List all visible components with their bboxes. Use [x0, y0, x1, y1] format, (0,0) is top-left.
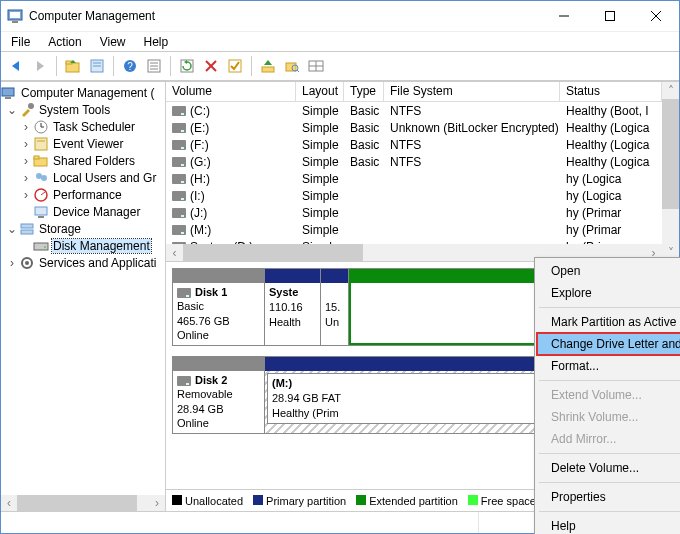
legend-extended: Extended partition	[356, 495, 458, 507]
tree-performance[interactable]: › Performance	[1, 186, 165, 203]
swatch-icon	[468, 495, 478, 505]
part-status: Un	[325, 316, 339, 328]
cell-layout: Simple	[296, 138, 344, 152]
menu-view[interactable]: View	[92, 33, 134, 51]
forward-icon[interactable]	[29, 55, 51, 77]
cm-explore[interactable]: Explore	[537, 282, 680, 304]
volume-row[interactable]: (H:)Simplehy (Logica	[166, 170, 662, 187]
chevron-right-icon[interactable]: ›	[5, 256, 19, 270]
layout-icon[interactable]	[305, 55, 327, 77]
tree-task-scheduler[interactable]: › Task Scheduler	[1, 118, 165, 135]
svg-rect-1	[10, 12, 20, 18]
drive-icon	[172, 225, 186, 235]
partition[interactable]: 15.Un	[321, 269, 349, 345]
search-icon[interactable]	[281, 55, 303, 77]
maximize-button[interactable]	[587, 1, 633, 31]
cell-layout: Simple	[296, 172, 344, 186]
svg-rect-30	[5, 97, 11, 99]
cell-volume: (H:)	[166, 172, 296, 186]
volume-row[interactable]: (E:)SimpleBasicUnknown (BitLocker Encryp…	[166, 119, 662, 136]
chevron-right-icon[interactable]: ›	[149, 496, 165, 510]
tree-local-users[interactable]: › Local Users and Gr	[1, 169, 165, 186]
cell-volume: (G:)	[166, 155, 296, 169]
col-layout[interactable]: Layout	[296, 82, 344, 101]
svg-rect-2	[12, 21, 18, 23]
chevron-left-icon[interactable]: ‹	[1, 496, 17, 510]
context-menu: Open Explore Mark Partition as Active Ch…	[534, 257, 680, 534]
cm-properties[interactable]: Properties	[537, 486, 680, 508]
chevron-down-icon[interactable]: ⌄	[5, 222, 19, 236]
menu-file[interactable]: File	[3, 33, 38, 51]
col-status[interactable]: Status	[560, 82, 662, 101]
list-icon[interactable]	[143, 55, 165, 77]
tree-label: Local Users and Gr	[52, 171, 157, 185]
tree-root[interactable]: Computer Management (	[1, 84, 165, 101]
check-icon[interactable]	[224, 55, 246, 77]
volume-row[interactable]: (M:)Simplehy (Primar	[166, 221, 662, 238]
tree-disk-management[interactable]: Disk Management	[1, 237, 165, 254]
cm-mark-active[interactable]: Mark Partition as Active	[537, 311, 680, 333]
scroll-thumb[interactable]	[662, 99, 679, 209]
back-icon[interactable]	[5, 55, 27, 77]
toolbar-sep	[113, 56, 114, 76]
volume-rows: (C:)SimpleBasicNTFSHealthy (Boot, I(E:)S…	[166, 102, 662, 244]
device-icon	[33, 204, 49, 220]
col-fs[interactable]: File System	[384, 82, 560, 101]
legend-label: Free space	[481, 495, 536, 507]
scroll-thumb[interactable]	[183, 244, 363, 261]
vol-name: (F:)	[190, 138, 209, 152]
volume-row[interactable]: (G:)SimpleBasicNTFSHealthy (Logica	[166, 153, 662, 170]
volume-row[interactable]: (J:)Simplehy (Primar	[166, 204, 662, 221]
help-icon[interactable]: ?	[119, 55, 141, 77]
scroll-track[interactable]	[662, 99, 679, 244]
cm-delete[interactable]: Delete Volume...	[537, 457, 680, 479]
volume-vscroll[interactable]: ˄ ˅	[662, 82, 679, 261]
scroll-track[interactable]	[17, 495, 149, 511]
cm-change-drive-letter[interactable]: Change Drive Letter and Paths...	[537, 333, 680, 355]
chevron-right-icon[interactable]: ›	[19, 137, 33, 151]
chevron-right-icon[interactable]: ›	[19, 154, 33, 168]
tree-label: Computer Management (	[20, 86, 155, 100]
chevron-right-icon[interactable]: ›	[19, 171, 33, 185]
tree-label: Task Scheduler	[52, 120, 136, 134]
svg-rect-35	[35, 138, 47, 150]
chevron-up-icon[interactable]: ˄	[662, 82, 679, 99]
close-button[interactable]	[633, 1, 679, 31]
disk-info-text: Disk 1 Basic 465.76 GB Online	[173, 283, 264, 344]
volume-row[interactable]: (I:)Simplehy (Logica	[166, 187, 662, 204]
tree-services[interactable]: › Services and Applicati	[1, 254, 165, 271]
volume-row[interactable]: (F:)SimpleBasicNTFSHealthy (Logica	[166, 136, 662, 153]
drive-icon	[172, 174, 186, 184]
tree-event-viewer[interactable]: › Event Viewer	[1, 135, 165, 152]
tree-system-tools[interactable]: ⌄ System Tools	[1, 101, 165, 118]
cell-type: Basic	[344, 104, 384, 118]
menu-help[interactable]: Help	[136, 33, 177, 51]
storage-icon	[19, 221, 35, 237]
minimize-button[interactable]	[541, 1, 587, 31]
menu-action[interactable]: Action	[40, 33, 89, 51]
tree-hscroll[interactable]: ‹ ›	[1, 495, 165, 511]
titlebar: Computer Management	[1, 1, 679, 31]
partition[interactable]: Syste110.16Health	[265, 269, 321, 345]
col-type[interactable]: Type	[344, 82, 384, 101]
tree-label: Storage	[38, 222, 82, 236]
scroll-thumb[interactable]	[17, 495, 137, 511]
chevron-right-icon[interactable]: ›	[19, 120, 33, 134]
delete-icon[interactable]	[200, 55, 222, 77]
tree-device-manager[interactable]: Device Manager	[1, 203, 165, 220]
properties-icon[interactable]	[86, 55, 108, 77]
chevron-left-icon[interactable]: ‹	[166, 244, 183, 261]
chevron-right-icon[interactable]: ›	[19, 188, 33, 202]
cell-status: Healthy (Boot, I	[560, 104, 662, 118]
col-volume[interactable]: Volume	[166, 82, 296, 101]
cm-open[interactable]: Open	[537, 260, 680, 282]
chevron-down-icon[interactable]: ⌄	[5, 103, 19, 117]
folder-up-icon[interactable]	[62, 55, 84, 77]
cm-format[interactable]: Format...	[537, 355, 680, 377]
refresh-icon[interactable]	[176, 55, 198, 77]
cm-help[interactable]: Help	[537, 515, 680, 534]
tree-storage[interactable]: ⌄ Storage	[1, 220, 165, 237]
tree-shared-folders[interactable]: › Shared Folders	[1, 152, 165, 169]
upload-icon[interactable]	[257, 55, 279, 77]
volume-row[interactable]: (C:)SimpleBasicNTFSHealthy (Boot, I	[166, 102, 662, 119]
